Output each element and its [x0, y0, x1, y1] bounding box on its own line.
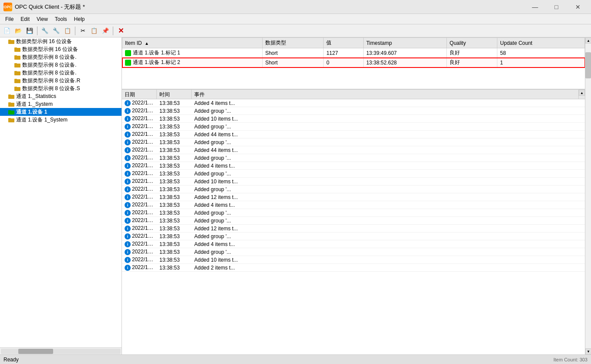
list-item[interactable]: i2022/12/913:38:53Added 44 items t... [122, 131, 585, 138]
list-item[interactable]: i2022/12/913:38:53Added 10 items t... [122, 115, 585, 123]
toolbar-sep-3 [113, 27, 113, 35]
data-grid-container: Item ID ▲ 数据类型 值 Timestamp Quality Updat… [122, 37, 585, 90]
folder-icon [14, 46, 21, 53]
menu-file[interactable]: File [2, 15, 17, 23]
list-item[interactable]: i2022/12/913:38:53Added group '... [122, 138, 585, 146]
log-time: 13:38:53 [157, 179, 192, 185]
list-item[interactable]: i2022/12/913:38:53Added group '... [122, 123, 585, 131]
toolbar-new[interactable]: 📄 [2, 26, 12, 36]
col-timestamp[interactable]: Timestamp [363, 38, 446, 48]
menu-help[interactable]: Help [71, 15, 88, 23]
list-item[interactable]: i2022/12/913:38:53Added 4 items t... [122, 99, 585, 107]
toolbar-paste[interactable]: 📌 [100, 26, 111, 36]
tree-item-0[interactable]: 数据类型示例 16 位设备 [0, 37, 122, 45]
list-item[interactable]: i2022/12/913:38:53Added 2 items t... [122, 264, 585, 272]
list-item[interactable]: i2022/12/913:38:53Added group '... [122, 217, 585, 225]
toolbar-btn4[interactable]: 📋 [62, 26, 73, 36]
scrollbar-thumb-v[interactable] [585, 52, 591, 78]
scroll-down-btn[interactable]: ▼ [585, 348, 591, 354]
toolbar-open[interactable]: 📂 [13, 26, 24, 36]
tree-item-3[interactable]: 数据类型示例 8 位设备. [0, 61, 122, 69]
log-event: Added group '... [192, 186, 585, 192]
toolbar-btn3[interactable]: 🔧 [51, 26, 61, 36]
horizontal-scrollbar[interactable] [1, 349, 121, 354]
menu-bar: File Edit View Tools Help [0, 14, 591, 24]
tree-item-8[interactable]: 通道 1._System [0, 100, 122, 108]
list-item[interactable]: i2022/12/913:38:53Added 12 items t... [122, 225, 585, 233]
svg-rect-7 [14, 63, 17, 64]
toolbar-delete[interactable]: ✕ [115, 26, 126, 36]
col-data-type[interactable]: 数据类型 [262, 38, 324, 48]
tree-item-label: 数据类型示例 8 位设备.R [22, 77, 80, 84]
log-date: i2022/12/9 [122, 186, 157, 192]
folder-icon [14, 77, 21, 84]
log-date: i2022/12/9 [122, 147, 157, 153]
log-event: Added group '... [192, 233, 585, 239]
info-icon: i [125, 139, 131, 145]
maximize-button[interactable]: □ [547, 1, 566, 13]
tree-item-6[interactable]: 数据类型示例 8 位设备.S [0, 84, 122, 92]
info-icon: i [125, 241, 131, 247]
info-icon: i [125, 147, 131, 153]
toolbar-save[interactable]: 💾 [24, 26, 35, 36]
log-event: Added 10 items t... [192, 257, 585, 263]
menu-edit[interactable]: Edit [17, 15, 33, 23]
col-quality[interactable]: Quality [447, 38, 497, 48]
list-item[interactable]: i2022/12/913:38:53Added group '... [122, 233, 585, 240]
list-item[interactable]: i2022/12/913:38:53Added 4 items t... [122, 201, 585, 209]
scroll-up-btn[interactable]: ▲ [585, 37, 591, 44]
col-value[interactable]: 值 [324, 38, 363, 48]
log-time: 13:38:53 [157, 218, 192, 224]
menu-view[interactable]: View [33, 15, 51, 23]
list-item[interactable]: i2022/12/913:38:53Added 4 items t... [122, 162, 585, 170]
log-time: 13:38:53 [157, 249, 192, 255]
close-button[interactable]: ✕ [568, 1, 588, 13]
list-item[interactable]: i2022/12/913:38:53Added group '... [122, 209, 585, 217]
svg-rect-3 [14, 47, 17, 49]
tree-item-7[interactable]: 通道 1._Statistics [0, 92, 122, 100]
data-grid: Item ID ▲ 数据类型 值 Timestamp Quality Updat… [122, 37, 585, 67]
log-area: i2022/12/913:38:53Added 4 items t...i202… [122, 99, 585, 354]
list-item[interactable]: i2022/12/913:38:53Added 10 items t... [122, 256, 585, 264]
list-item[interactable]: i2022/12/913:38:53Added 4 items t... [122, 240, 585, 248]
list-item[interactable]: i2022/12/913:38:53Added 10 items t... [122, 178, 585, 185]
log-scroll-up[interactable]: ▲ [579, 90, 585, 96]
log-header: 日期 时间 事件 ▲ [122, 90, 585, 99]
tree-item-4[interactable]: 数据类型示例 8 位设备. [0, 69, 122, 77]
menu-tools[interactable]: Tools [51, 15, 71, 23]
toolbar-copy[interactable]: 📋 [89, 26, 99, 36]
table-row[interactable]: 通道 1.设备 1.标记 1Short112713:39:49.607良好58 [122, 48, 585, 58]
svg-rect-15 [8, 94, 11, 96]
tree-item-10[interactable]: 通道 1.设备 1_System [0, 116, 122, 124]
col-item-id[interactable]: Item ID ▲ [122, 38, 263, 48]
tree-item-2[interactable]: 数据类型示例 8 位设备. [0, 53, 122, 61]
log-time: 13:38:53 [157, 171, 192, 177]
list-item[interactable]: i2022/12/913:38:53Added group '... [122, 185, 585, 193]
list-item[interactable]: i2022/12/913:38:53Added group '... [122, 107, 585, 115]
tree-item-5[interactable]: 数据类型示例 8 位设备.R [0, 77, 122, 84]
tree-item-label: 数据类型示例 8 位设备. [22, 54, 77, 61]
tree-item-9[interactable]: 通道 1.设备 1 [0, 108, 122, 116]
list-item[interactable]: i2022/12/913:38:53Added group '... [122, 154, 585, 162]
list-item[interactable]: i2022/12/913:38:53Added group '... [122, 248, 585, 256]
list-item[interactable]: i2022/12/913:38:53Added group '... [122, 170, 585, 178]
log-date: i2022/12/9 [122, 233, 157, 239]
folder-icon [14, 61, 21, 68]
scrollbar-thumb[interactable] [18, 349, 53, 354]
table-row[interactable]: 通道 1.设备 1.标记 2Short013:38:52.628良好1 [122, 58, 585, 67]
toolbar-cut[interactable]: ✂ [78, 26, 88, 36]
col-update-count[interactable]: Update Count [497, 38, 585, 48]
toolbar-btn2[interactable]: 🔧 [40, 26, 50, 36]
log-event: Added 10 items t... [192, 179, 585, 185]
log-date: i2022/12/9 [122, 123, 157, 130]
log-event: Added 44 items t... [192, 147, 585, 153]
info-icon: i [125, 108, 131, 114]
status-right: Item Count: 303 [554, 357, 588, 362]
list-item[interactable]: i2022/12/913:38:53Added 44 items t... [122, 146, 585, 154]
log-event: Added 12 items t... [192, 194, 585, 200]
minimize-button[interactable]: — [525, 1, 545, 13]
list-item[interactable]: i2022/12/913:38:53Added 12 items t... [122, 193, 585, 201]
tree-item-label: 数据类型示例 8 位设备. [22, 69, 77, 77]
log-date: i2022/12/9 [122, 194, 157, 200]
tree-item-1[interactable]: 数据类型示例 16 位设备 [0, 45, 122, 53]
